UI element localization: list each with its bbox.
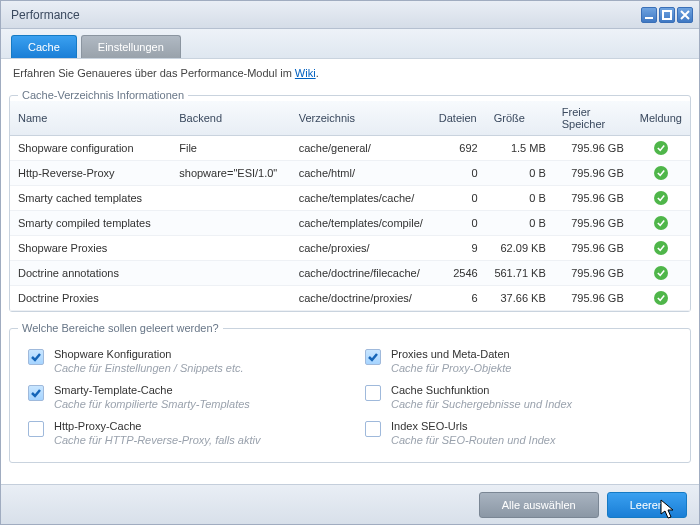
cell-backend xyxy=(171,211,290,236)
tab-cache[interactable]: Cache xyxy=(11,35,77,58)
checkbox[interactable] xyxy=(28,385,44,401)
cell-files: 2546 xyxy=(431,261,486,286)
cache-dir-info-section: Cache-Verzeichnis Informationen Name Bac… xyxy=(9,89,691,312)
cell-backend xyxy=(171,236,290,261)
col-dir[interactable]: Verzeichnis xyxy=(291,101,431,136)
cell-size: 561.71 KB xyxy=(486,261,554,286)
cell-dir: cache/proxies/ xyxy=(291,236,431,261)
cell-msg xyxy=(632,286,690,311)
svg-rect-0 xyxy=(663,11,671,19)
maximize-button[interactable] xyxy=(659,7,675,23)
cell-msg xyxy=(632,136,690,161)
table-row[interactable]: Smarty cached templatescache/templates/c… xyxy=(10,186,690,211)
cell-size: 0 B xyxy=(486,161,554,186)
performance-window: Performance Cache Einstellungen Erfahren… xyxy=(0,0,700,525)
cell-dir: cache/templates/compile/ xyxy=(291,211,431,236)
check-item: Smarty-Template-CacheCache für kompilier… xyxy=(28,384,335,410)
cell-files: 0 xyxy=(431,211,486,236)
cell-free: 795.96 GB xyxy=(554,161,632,186)
cell-dir: cache/general/ xyxy=(291,136,431,161)
cell-msg xyxy=(632,211,690,236)
cell-size: 62.09 KB xyxy=(486,236,554,261)
cell-free: 795.96 GB xyxy=(554,136,632,161)
info-prefix: Erfahren Sie Genaueres über das Performa… xyxy=(13,67,295,79)
ok-icon xyxy=(654,266,668,280)
cell-name: Doctrine Proxies xyxy=(10,286,171,311)
footer: Alle auswählen Leeren xyxy=(1,484,699,524)
cell-msg xyxy=(632,261,690,286)
cell-msg xyxy=(632,161,690,186)
cache-dir-info-title: Cache-Verzeichnis Informationen xyxy=(18,89,188,101)
cell-backend xyxy=(171,186,290,211)
check-label: Http-Proxy-Cache xyxy=(54,420,260,432)
col-free[interactable]: Freier Speicher xyxy=(554,101,632,136)
check-item: Http-Proxy-CacheCache für HTTP-Reverse-P… xyxy=(28,420,335,446)
cell-free: 795.96 GB xyxy=(554,186,632,211)
table-row[interactable]: Shopware configurationFilecache/general/… xyxy=(10,136,690,161)
info-suffix: . xyxy=(316,67,319,79)
titlebar: Performance xyxy=(1,1,699,29)
ok-icon xyxy=(654,241,668,255)
check-label: Cache Suchfunktion xyxy=(391,384,572,396)
col-files[interactable]: Dateien xyxy=(431,101,486,136)
check-label: Shopware Konfiguration xyxy=(54,348,244,360)
col-msg[interactable]: Meldung xyxy=(632,101,690,136)
tab-settings[interactable]: Einstellungen xyxy=(81,35,181,58)
cell-dir: cache/doctrine/filecache/ xyxy=(291,261,431,286)
cell-name: Smarty cached templates xyxy=(10,186,171,211)
cell-dir: cache/html/ xyxy=(291,161,431,186)
check-item: Cache SuchfunktionCache für Suchergebnis… xyxy=(365,384,672,410)
cell-files: 6 xyxy=(431,286,486,311)
clear-button[interactable]: Leeren xyxy=(607,492,687,518)
table-row[interactable]: Doctrine annotationscache/doctrine/filec… xyxy=(10,261,690,286)
col-backend[interactable]: Backend xyxy=(171,101,290,136)
info-line: Erfahren Sie Genaueres über das Performa… xyxy=(1,59,699,85)
cell-size: 37.66 KB xyxy=(486,286,554,311)
check-desc: Cache für HTTP-Reverse-Proxy, falls akti… xyxy=(54,434,260,446)
checkbox[interactable] xyxy=(365,385,381,401)
checkbox[interactable] xyxy=(365,349,381,365)
cache-dir-table: Name Backend Verzeichnis Dateien Größe F… xyxy=(10,101,690,311)
cell-backend xyxy=(171,286,290,311)
close-button[interactable] xyxy=(677,7,693,23)
table-row[interactable]: Doctrine Proxiescache/doctrine/proxies/6… xyxy=(10,286,690,311)
cell-backend: shopware="ESI/1.0" xyxy=(171,161,290,186)
check-item: Index SEO-UrlsCache für SEO-Routen und I… xyxy=(365,420,672,446)
table-row[interactable]: Shopware Proxiescache/proxies/962.09 KB7… xyxy=(10,236,690,261)
table-row[interactable]: Smarty compiled templatescache/templates… xyxy=(10,211,690,236)
cell-free: 795.96 GB xyxy=(554,261,632,286)
checkbox[interactable] xyxy=(365,421,381,437)
cell-dir: cache/templates/cache/ xyxy=(291,186,431,211)
ok-icon xyxy=(654,191,668,205)
check-desc: Cache für Proxy-Objekte xyxy=(391,362,511,374)
col-name[interactable]: Name xyxy=(10,101,171,136)
check-desc: Cache für Einstellungen / Snippets etc. xyxy=(54,362,244,374)
wiki-link[interactable]: Wiki xyxy=(295,67,316,79)
cell-size: 1.5 MB xyxy=(486,136,554,161)
cell-free: 795.96 GB xyxy=(554,211,632,236)
checkbox[interactable] xyxy=(28,349,44,365)
minimize-button[interactable] xyxy=(641,7,657,23)
check-item: Shopware KonfigurationCache für Einstell… xyxy=(28,348,335,374)
cell-files: 0 xyxy=(431,186,486,211)
cell-size: 0 B xyxy=(486,211,554,236)
cell-msg xyxy=(632,186,690,211)
cell-files: 9 xyxy=(431,236,486,261)
col-size[interactable]: Größe xyxy=(486,101,554,136)
ok-icon xyxy=(654,291,668,305)
select-all-button[interactable]: Alle auswählen xyxy=(479,492,599,518)
cell-free: 795.96 GB xyxy=(554,286,632,311)
cell-msg xyxy=(632,236,690,261)
cell-dir: cache/doctrine/proxies/ xyxy=(291,286,431,311)
cell-free: 795.96 GB xyxy=(554,236,632,261)
check-desc: Cache für kompilierte Smarty-Templates xyxy=(54,398,250,410)
cell-name: Shopware Proxies xyxy=(10,236,171,261)
table-row[interactable]: Http-Reverse-Proxyshopware="ESI/1.0"cach… xyxy=(10,161,690,186)
check-label: Smarty-Template-Cache xyxy=(54,384,250,396)
check-desc: Cache für SEO-Routen und Index xyxy=(391,434,555,446)
cell-name: Http-Reverse-Proxy xyxy=(10,161,171,186)
checkbox[interactable] xyxy=(28,421,44,437)
clear-areas-section: Welche Bereiche sollen geleert werden? S… xyxy=(9,322,691,463)
cell-files: 692 xyxy=(431,136,486,161)
ok-icon xyxy=(654,141,668,155)
